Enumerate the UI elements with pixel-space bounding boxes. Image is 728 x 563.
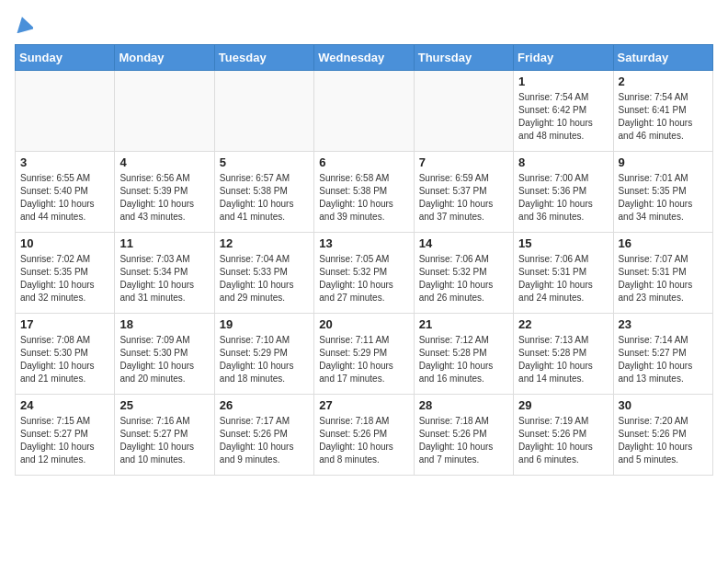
day-number: 16	[619, 236, 708, 250]
day-number: 22	[518, 317, 608, 331]
day-number: 10	[20, 236, 109, 250]
day-number: 2	[619, 75, 708, 88]
calendar-day-cell: 18Sunrise: 7:09 AM Sunset: 5:30 PM Dayli…	[115, 314, 214, 395]
day-of-week-header: Friday	[514, 45, 613, 71]
day-info: Sunrise: 7:07 AM Sunset: 5:31 PM Dayligh…	[619, 253, 708, 304]
day-of-week-header: Wednesday	[314, 45, 414, 71]
day-number: 15	[518, 236, 608, 250]
calendar-day-cell: 8Sunrise: 7:00 AM Sunset: 5:36 PM Daylig…	[514, 152, 613, 233]
day-number: 8	[518, 155, 608, 169]
calendar-day-cell: 4Sunrise: 6:56 AM Sunset: 5:39 PM Daylig…	[115, 152, 214, 233]
day-info: Sunrise: 6:55 AM Sunset: 5:40 PM Dayligh…	[20, 172, 109, 224]
day-info: Sunrise: 7:17 AM Sunset: 5:26 PM Dayligh…	[220, 415, 309, 466]
day-number: 26	[220, 398, 309, 412]
day-info: Sunrise: 7:16 AM Sunset: 5:27 PM Dayligh…	[119, 415, 209, 466]
calendar-day-cell: 9Sunrise: 7:01 AM Sunset: 5:35 PM Daylig…	[613, 152, 712, 233]
calendar-day-cell: 26Sunrise: 7:17 AM Sunset: 5:26 PM Dayli…	[214, 395, 313, 476]
day-number: 6	[319, 155, 408, 169]
calendar-day-cell: 1Sunrise: 7:54 AM Sunset: 6:42 PM Daylig…	[514, 71, 613, 152]
calendar-day-cell: 10Sunrise: 7:02 AM Sunset: 5:35 PM Dayli…	[16, 233, 115, 314]
calendar-day-cell: 3Sunrise: 6:55 AM Sunset: 5:40 PM Daylig…	[16, 152, 115, 233]
calendar-day-cell: 11Sunrise: 7:03 AM Sunset: 5:34 PM Dayli…	[115, 233, 214, 314]
calendar-table: SundayMondayTuesdayWednesdayThursdayFrid…	[15, 44, 713, 476]
day-info: Sunrise: 7:19 AM Sunset: 5:26 PM Dayligh…	[518, 415, 608, 466]
calendar-day-cell	[314, 71, 414, 152]
calendar-day-cell	[414, 71, 513, 152]
day-number: 28	[419, 398, 508, 412]
day-of-week-header: Tuesday	[214, 45, 313, 71]
calendar-header-row: SundayMondayTuesdayWednesdayThursdayFrid…	[16, 45, 713, 71]
day-of-week-header: Thursday	[414, 45, 513, 71]
day-number: 7	[419, 155, 508, 169]
calendar-day-cell: 12Sunrise: 7:04 AM Sunset: 5:33 PM Dayli…	[214, 233, 313, 314]
calendar-day-cell: 29Sunrise: 7:19 AM Sunset: 5:26 PM Dayli…	[514, 395, 613, 476]
day-number: 21	[419, 317, 508, 331]
day-number: 4	[119, 155, 209, 169]
logo-icon	[15, 15, 33, 33]
calendar-day-cell: 17Sunrise: 7:08 AM Sunset: 5:30 PM Dayli…	[16, 314, 115, 395]
calendar-day-cell	[16, 71, 115, 152]
day-info: Sunrise: 7:11 AM Sunset: 5:29 PM Dayligh…	[319, 334, 408, 385]
calendar-day-cell: 23Sunrise: 7:14 AM Sunset: 5:27 PM Dayli…	[613, 314, 712, 395]
day-info: Sunrise: 7:15 AM Sunset: 5:27 PM Dayligh…	[20, 415, 109, 466]
day-number: 23	[619, 317, 708, 331]
day-info: Sunrise: 7:02 AM Sunset: 5:35 PM Dayligh…	[20, 253, 109, 304]
day-info: Sunrise: 7:13 AM Sunset: 5:28 PM Dayligh…	[518, 334, 608, 385]
calendar-week-row: 17Sunrise: 7:08 AM Sunset: 5:30 PM Dayli…	[16, 314, 713, 395]
day-info: Sunrise: 7:04 AM Sunset: 5:33 PM Dayligh…	[220, 253, 309, 304]
day-info: Sunrise: 7:14 AM Sunset: 5:27 PM Dayligh…	[619, 334, 708, 385]
calendar-day-cell: 2Sunrise: 7:54 AM Sunset: 6:41 PM Daylig…	[613, 71, 712, 152]
calendar-week-row: 3Sunrise: 6:55 AM Sunset: 5:40 PM Daylig…	[16, 152, 713, 233]
day-info: Sunrise: 7:54 AM Sunset: 6:42 PM Dayligh…	[518, 91, 608, 143]
day-info: Sunrise: 6:57 AM Sunset: 5:38 PM Dayligh…	[220, 172, 309, 224]
calendar-day-cell: 16Sunrise: 7:07 AM Sunset: 5:31 PM Dayli…	[613, 233, 712, 314]
day-info: Sunrise: 7:08 AM Sunset: 5:30 PM Dayligh…	[20, 334, 109, 385]
day-number: 27	[319, 398, 408, 412]
day-number: 19	[220, 317, 309, 331]
day-number: 25	[119, 398, 209, 412]
day-number: 17	[20, 317, 109, 331]
calendar-day-cell	[214, 71, 313, 152]
calendar-day-cell: 21Sunrise: 7:12 AM Sunset: 5:28 PM Dayli…	[414, 314, 513, 395]
calendar-day-cell: 6Sunrise: 6:58 AM Sunset: 5:38 PM Daylig…	[314, 152, 414, 233]
day-number: 9	[619, 155, 708, 169]
day-number: 13	[319, 236, 408, 250]
calendar-day-cell: 30Sunrise: 7:20 AM Sunset: 5:26 PM Dayli…	[613, 395, 712, 476]
day-info: Sunrise: 7:12 AM Sunset: 5:28 PM Dayligh…	[419, 334, 508, 385]
calendar-day-cell: 28Sunrise: 7:18 AM Sunset: 5:26 PM Dayli…	[414, 395, 513, 476]
calendar-day-cell: 22Sunrise: 7:13 AM Sunset: 5:28 PM Dayli…	[514, 314, 613, 395]
calendar-day-cell: 25Sunrise: 7:16 AM Sunset: 5:27 PM Dayli…	[115, 395, 214, 476]
calendar-day-cell: 13Sunrise: 7:05 AM Sunset: 5:32 PM Dayli…	[314, 233, 414, 314]
day-info: Sunrise: 6:56 AM Sunset: 5:39 PM Dayligh…	[119, 172, 209, 224]
calendar-day-cell: 14Sunrise: 7:06 AM Sunset: 5:32 PM Dayli…	[414, 233, 513, 314]
day-info: Sunrise: 7:01 AM Sunset: 5:35 PM Dayligh…	[619, 172, 708, 224]
calendar-day-cell: 7Sunrise: 6:59 AM Sunset: 5:37 PM Daylig…	[414, 152, 513, 233]
day-number: 29	[518, 398, 608, 412]
svg-marker-0	[15, 15, 33, 33]
day-info: Sunrise: 6:58 AM Sunset: 5:38 PM Dayligh…	[319, 172, 408, 224]
day-number: 30	[619, 398, 708, 412]
day-number: 11	[119, 236, 209, 250]
day-info: Sunrise: 7:54 AM Sunset: 6:41 PM Dayligh…	[619, 91, 708, 143]
day-info: Sunrise: 6:59 AM Sunset: 5:37 PM Dayligh…	[419, 172, 508, 224]
calendar-day-cell	[115, 71, 214, 152]
day-info: Sunrise: 7:05 AM Sunset: 5:32 PM Dayligh…	[319, 253, 408, 304]
day-info: Sunrise: 7:06 AM Sunset: 5:31 PM Dayligh…	[518, 253, 608, 304]
day-info: Sunrise: 7:06 AM Sunset: 5:32 PM Dayligh…	[419, 253, 508, 304]
day-number: 14	[419, 236, 508, 250]
day-info: Sunrise: 7:18 AM Sunset: 5:26 PM Dayligh…	[419, 415, 508, 466]
day-of-week-header: Sunday	[16, 45, 115, 71]
day-info: Sunrise: 7:10 AM Sunset: 5:29 PM Dayligh…	[220, 334, 309, 385]
calendar-day-cell: 15Sunrise: 7:06 AM Sunset: 5:31 PM Dayli…	[514, 233, 613, 314]
day-info: Sunrise: 7:18 AM Sunset: 5:26 PM Dayligh…	[319, 415, 408, 466]
day-of-week-header: Monday	[115, 45, 214, 71]
day-number: 3	[20, 155, 109, 169]
calendar-week-row: 1Sunrise: 7:54 AM Sunset: 6:42 PM Daylig…	[16, 71, 713, 152]
day-info: Sunrise: 7:20 AM Sunset: 5:26 PM Dayligh…	[619, 415, 708, 466]
calendar-week-row: 24Sunrise: 7:15 AM Sunset: 5:27 PM Dayli…	[16, 395, 713, 476]
day-number: 1	[518, 75, 608, 88]
page-header	[15, 15, 713, 33]
calendar-day-cell: 27Sunrise: 7:18 AM Sunset: 5:26 PM Dayli…	[314, 395, 414, 476]
calendar-day-cell: 24Sunrise: 7:15 AM Sunset: 5:27 PM Dayli…	[16, 395, 115, 476]
day-number: 20	[319, 317, 408, 331]
